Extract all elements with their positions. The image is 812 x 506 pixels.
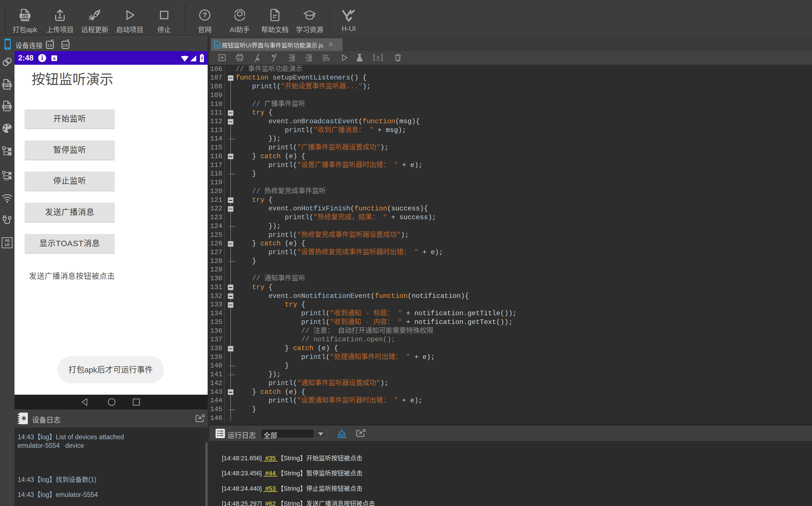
svg-text:LO: LO (5, 243, 10, 247)
svg-text:XML: XML (3, 105, 10, 108)
svg-text:APK: APK (21, 14, 29, 18)
svg-text:2X: 2X (63, 43, 68, 48)
svg-text:?: ? (203, 11, 207, 19)
svg-text:JS: JS (215, 44, 219, 48)
svg-text:YO: YO (5, 239, 9, 243)
svg-text:X: X (376, 55, 380, 61)
svg-text:APK: APK (3, 83, 10, 87)
svg-text:1X: 1X (47, 43, 52, 48)
svg-text:A: A (53, 56, 56, 61)
svg-text:HID: HID (4, 178, 9, 181)
